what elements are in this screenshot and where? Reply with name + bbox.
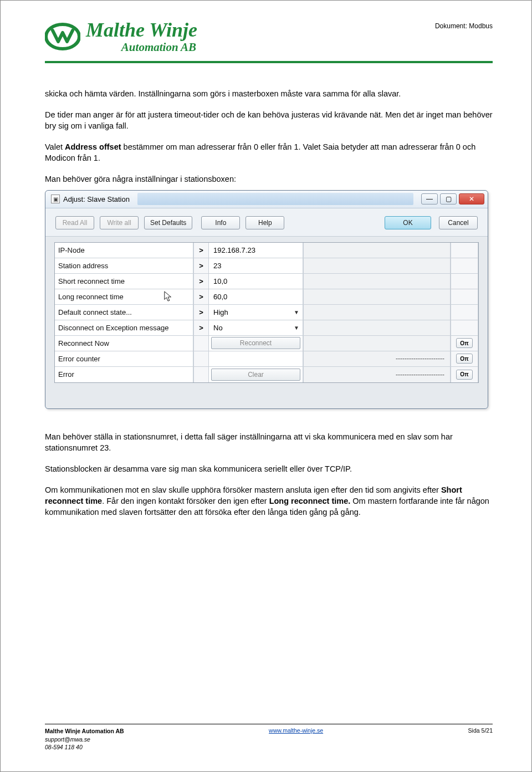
row-label: Station address (55, 258, 193, 274)
ok-button[interactable]: OK (385, 216, 431, 229)
page-footer: Malthe Winje Automation AB support@mwa.s… (45, 724, 493, 751)
bold-text: Address offset (65, 142, 121, 151)
close-button[interactable]: ✕ (459, 193, 484, 204)
window-title: Adjust: Slave Station (63, 195, 130, 203)
text: . Får den ingen kontakt försöker den ige… (102, 497, 269, 505)
body-content: skicka och hämta värden. Inställningarna… (45, 88, 493, 185)
row-value[interactable]: 60,0 (209, 289, 303, 305)
info-button[interactable]: Info (201, 216, 240, 229)
row-value[interactable]: 10,0 (209, 274, 303, 289)
footer-phone: 08-594 118 40 (45, 743, 124, 751)
company-logo: Malthe Winje Automation AB (45, 20, 197, 53)
row-spacer (303, 274, 451, 289)
body-content-2: Man behöver ställa in stationsnumret, i … (45, 431, 493, 518)
table-row: Default connect state... > High▼ (55, 305, 478, 320)
row-value-empty (209, 351, 303, 367)
svg-point-0 (46, 24, 79, 49)
footer-left: Malthe Winje Automation AB support@mwa.s… (45, 727, 124, 751)
cursor-icon (163, 290, 173, 303)
titlebar: ▣ Adjust: Slave Station — ▢ ✕ (45, 191, 488, 208)
status-pill[interactable]: Oπ (456, 338, 473, 348)
row-value[interactable]: 23 (209, 258, 303, 274)
row-arrow-empty (193, 367, 209, 382)
table-row: IP-Node > 192.168.7.23 (55, 243, 478, 258)
row-action: Clear (209, 367, 303, 382)
write-all-button[interactable]: Write all (100, 216, 139, 229)
row-end: Oπ (451, 367, 478, 382)
row-dropdown[interactable]: High▼ (209, 305, 303, 320)
logo-subtitle: Automation AB (86, 41, 196, 53)
row-label: Short reconnect time (55, 274, 193, 289)
expand-button[interactable]: > (193, 243, 209, 258)
row-value-display: ---------------------- (303, 351, 451, 367)
table-row: Error Clear ---------------------- Oπ (55, 367, 478, 382)
document-label: Dokument: Modbus (435, 22, 493, 30)
footer-url-link[interactable]: www.malthe-winje.se (269, 727, 323, 734)
row-end (451, 320, 478, 336)
header-separator (45, 61, 493, 63)
paragraph: Om kommunikationen mot en slav skulle up… (45, 484, 493, 518)
paragraph: Man behöver göra några inställningar i s… (45, 173, 493, 185)
row-label: IP-Node (55, 243, 193, 258)
row-label: Reconnect Now (55, 336, 193, 351)
chevron-down-icon: ▼ (294, 325, 299, 331)
help-button[interactable]: Help (245, 216, 284, 229)
expand-button[interactable]: > (193, 305, 209, 320)
bold-text: Long reconnect time. (269, 497, 351, 505)
expand-button[interactable]: > (193, 289, 209, 305)
table-row: Station address > 23 (55, 258, 478, 274)
row-label-text: Long reconnect time (58, 293, 124, 301)
row-arrow-empty (193, 336, 209, 351)
window-icon: ▣ (51, 195, 60, 203)
footer-page-number: Sida 5/21 (468, 727, 493, 751)
minimize-button[interactable]: — (421, 193, 438, 204)
chevron-down-icon: ▼ (294, 309, 299, 315)
footer-company: Malthe Winje Automation AB (45, 727, 124, 735)
row-value-display: ---------------------- (303, 367, 451, 382)
cancel-button[interactable]: Cancel (439, 216, 478, 229)
page-header: Malthe Winje Automation AB Dokument: Mod… (45, 20, 493, 53)
titlebar-blur (137, 193, 413, 205)
row-end: Oπ (451, 336, 478, 351)
maximize-button[interactable]: ▢ (440, 193, 457, 204)
expand-button[interactable]: > (193, 274, 209, 289)
set-defaults-button[interactable]: Set Defaults (144, 216, 192, 229)
row-end (451, 243, 478, 258)
paragraph: Valet Address offset bestämmer om man ad… (45, 141, 493, 163)
row-label: Error counter (55, 351, 193, 367)
status-pill[interactable]: Oπ (456, 370, 473, 380)
footer-center: www.malthe-winje.se (269, 727, 323, 751)
row-label: Disconnect on Exception message (55, 320, 193, 336)
paragraph: De tider man anger är för att justera ti… (45, 109, 493, 131)
dropdown-value: No (213, 324, 223, 332)
row-arrow-empty (193, 351, 209, 367)
row-spacer (303, 289, 451, 305)
row-label: Default connect state... (55, 305, 193, 320)
table-row: Error counter ---------------------- Oπ (55, 351, 478, 367)
dialog-screenshot: ▣ Adjust: Slave Station — ▢ ✕ Read All W… (45, 190, 493, 409)
paragraph: Stationsblocken är desamma vare sig man … (45, 463, 493, 474)
text: Om kommunikationen mot en slav skulle up… (45, 485, 441, 494)
status-pill[interactable]: Oπ (456, 354, 473, 364)
row-dropdown[interactable]: No▼ (209, 320, 303, 336)
row-end (451, 274, 478, 289)
expand-button[interactable]: > (193, 258, 209, 274)
row-spacer (303, 320, 451, 336)
expand-button[interactable]: > (193, 320, 209, 336)
logo-name: Malthe Winje (86, 20, 197, 41)
reconnect-button[interactable]: Reconnect (211, 337, 300, 349)
row-spacer (303, 305, 451, 320)
table-row: Reconnect Now Reconnect Oπ (55, 336, 478, 351)
clear-button[interactable]: Clear (211, 369, 300, 381)
row-spacer (303, 258, 451, 274)
row-end (451, 305, 478, 320)
row-end: Oπ (451, 351, 478, 367)
read-all-button[interactable]: Read All (55, 216, 94, 229)
paragraph: Man behöver ställa in stationsnumret, i … (45, 431, 493, 453)
text: Valet (45, 142, 65, 151)
row-value[interactable]: 192.168.7.23 (209, 243, 303, 258)
row-end (451, 258, 478, 274)
row-spacer (303, 243, 451, 258)
footer-email: support@mwa.se (45, 735, 124, 744)
row-spacer (303, 336, 451, 351)
